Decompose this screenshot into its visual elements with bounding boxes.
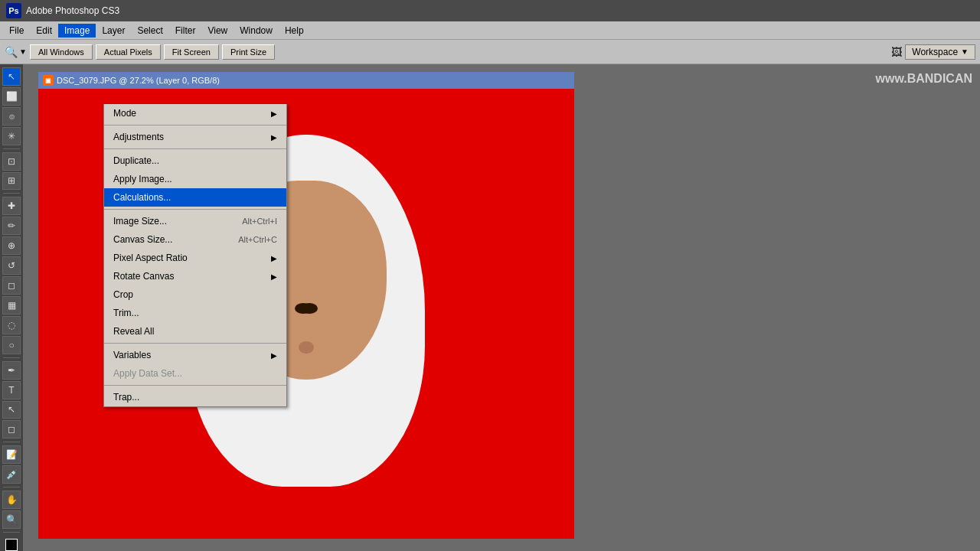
title-bar: Ps Adobe Photoshop CS3 (0, 0, 980, 21)
menu-item-variables[interactable]: Variables ▶ (104, 346, 286, 364)
app-title: Adobe Photoshop CS3 (26, 5, 119, 16)
tool-eyedropper[interactable]: 💉 (2, 465, 21, 484)
menu-item-crop[interactable]: Crop (104, 285, 286, 304)
menu-layer[interactable]: Layer (96, 24, 131, 37)
tool-gradient[interactable]: ▦ (2, 296, 21, 315)
main-area: ↖ ⬜ ⌾ ✳ ⊡ ⊞ ✚ ✏ ⊕ ↺ ◻ ▦ ◌ ○ ✒ T ↖ ◻ 📝 💉 … (0, 64, 980, 551)
menu-item-trap[interactable]: Trap... (104, 388, 286, 406)
tool-hand[interactable]: ✋ (2, 491, 21, 509)
menu-item-image-size-label: Image Size... (113, 216, 167, 227)
workspace-label: Workspace (912, 47, 958, 57)
toolbox-sep6 (3, 532, 20, 533)
menu-item-calculations-label: Calculations... (113, 192, 171, 203)
menu-bar: File Edit Image Layer Select Filter View… (0, 21, 980, 40)
fit-screen-button[interactable]: Fit Screen (164, 44, 219, 60)
toolbar: 🔍 ▼ All Windows Actual Pixels Fit Screen… (0, 40, 980, 64)
tool-marquee[interactable]: ⬜ (2, 87, 21, 106)
menu-item-duplicate[interactable]: Duplicate... (104, 152, 286, 170)
tool-slice[interactable]: ⊞ (2, 172, 21, 191)
search-dropdown-arrow[interactable]: ▼ (19, 47, 27, 56)
mode-arrow: ▶ (271, 109, 277, 118)
tool-crop[interactable]: ⊡ (2, 152, 21, 171)
menu-item-trim-label: Trim... (113, 308, 139, 318)
menu-filter[interactable]: Filter (169, 24, 202, 37)
toolbox-sep5 (3, 487, 20, 487)
image-dropdown-menu: Mode ▶ Adjustments ▶ Duplicate... Apply … (103, 104, 287, 407)
menu-item-apply-image-label: Apply Image... (113, 174, 172, 184)
sep5 (104, 385, 286, 386)
tool-dodge[interactable]: ○ (2, 336, 21, 354)
workspace-icon: 🖼 (891, 46, 902, 58)
menu-item-reveal-all-label: Reveal All (113, 326, 154, 337)
rotate-canvas-arrow: ▶ (271, 272, 277, 281)
menu-item-adjustments-label: Adjustments (113, 132, 164, 142)
tool-text[interactable]: T (2, 381, 21, 399)
search-icon: 🔍 (5, 46, 18, 58)
menu-select[interactable]: Select (131, 24, 168, 37)
menu-item-reveal-all[interactable]: Reveal All (104, 322, 286, 341)
tool-brush[interactable]: ✏ (2, 217, 21, 235)
menu-item-canvas-size-label: Canvas Size... (113, 234, 172, 245)
workspace-button[interactable]: Workspace ▼ (905, 44, 975, 60)
image-file-icon: ▣ (43, 75, 54, 86)
pixel-aspect-arrow: ▶ (271, 254, 277, 262)
adjustments-arrow: ▶ (271, 133, 277, 142)
ps-logo: Ps (6, 3, 21, 18)
sep3 (104, 209, 286, 210)
menu-item-mode-label: Mode (113, 108, 136, 119)
menu-view[interactable]: View (201, 24, 234, 37)
toolbox-sep4 (3, 442, 20, 442)
menu-file[interactable]: File (3, 24, 30, 37)
tool-heal[interactable]: ✚ (2, 197, 21, 215)
menu-item-trim[interactable]: Trim... (104, 304, 286, 322)
tool-blur[interactable]: ◌ (2, 316, 21, 334)
tool-move[interactable]: ↖ (2, 67, 21, 86)
tool-history-brush[interactable]: ↺ (2, 256, 21, 275)
tool-shape[interactable]: ◻ (2, 420, 21, 439)
tool-zoom[interactable]: 🔍 (2, 510, 21, 529)
menu-item-duplicate-label: Duplicate... (113, 155, 159, 166)
toolbox-sep1 (3, 148, 20, 149)
workspace-area: 🖼 Workspace ▼ (891, 44, 975, 60)
tool-eraser[interactable]: ◻ (2, 276, 21, 295)
search-area: 🔍 ▼ (5, 46, 27, 58)
sep1 (104, 125, 286, 126)
menu-item-rotate-canvas-label: Rotate Canvas (113, 271, 174, 282)
menu-edit[interactable]: Edit (30, 24, 58, 37)
sep4 (104, 343, 286, 344)
sep2 (104, 148, 286, 149)
menu-item-trap-label: Trap... (113, 392, 139, 403)
menu-window[interactable]: Window (234, 24, 279, 37)
menu-item-pixel-aspect[interactable]: Pixel Aspect Ratio ▶ (104, 249, 286, 267)
menu-item-canvas-size[interactable]: Canvas Size... Alt+Ctrl+C (104, 230, 286, 249)
menu-item-variables-label: Variables (113, 350, 151, 360)
print-size-button[interactable]: Print Size (222, 44, 275, 60)
tool-path-select[interactable]: ↖ (2, 401, 21, 419)
menu-item-pixel-aspect-label: Pixel Aspect Ratio (113, 253, 188, 263)
menu-item-apply-data: Apply Data Set... (104, 364, 286, 383)
menu-item-image-size[interactable]: Image Size... Alt+Ctrl+I (104, 212, 286, 230)
image-title-bar: ▣ DSC_3079.JPG @ 27.2% (Layer 0, RGB/8) (38, 72, 574, 89)
image-title: DSC_3079.JPG @ 27.2% (Layer 0, RGB/8) (57, 76, 220, 85)
tool-lasso[interactable]: ⌾ (2, 107, 21, 126)
foreground-color[interactable] (5, 539, 18, 551)
menu-item-crop-label: Crop (113, 289, 133, 300)
all-windows-button[interactable]: All Windows (30, 44, 93, 60)
nose (299, 341, 314, 354)
menu-item-calculations[interactable]: Calculations... (104, 188, 286, 207)
menu-item-rotate-canvas[interactable]: Rotate Canvas ▶ (104, 267, 286, 285)
actual-pixels-button[interactable]: Actual Pixels (96, 44, 161, 60)
toolbox-sep3 (3, 357, 20, 358)
tool-notes[interactable]: 📝 (2, 445, 21, 464)
menu-item-apply-image[interactable]: Apply Image... (104, 170, 286, 188)
image-size-shortcut: Alt+Ctrl+I (242, 217, 277, 226)
workspace-arrow: ▼ (961, 47, 969, 56)
menu-help[interactable]: Help (279, 24, 310, 37)
tool-magic-wand[interactable]: ✳ (2, 127, 21, 145)
menu-item-adjustments[interactable]: Adjustments ▶ (104, 128, 286, 146)
menu-image[interactable]: Image (58, 24, 96, 37)
eye-right (301, 303, 318, 314)
tool-stamp[interactable]: ⊕ (2, 236, 21, 255)
menu-item-mode[interactable]: Mode ▶ (104, 104, 286, 122)
tool-pen[interactable]: ✒ (2, 361, 21, 380)
